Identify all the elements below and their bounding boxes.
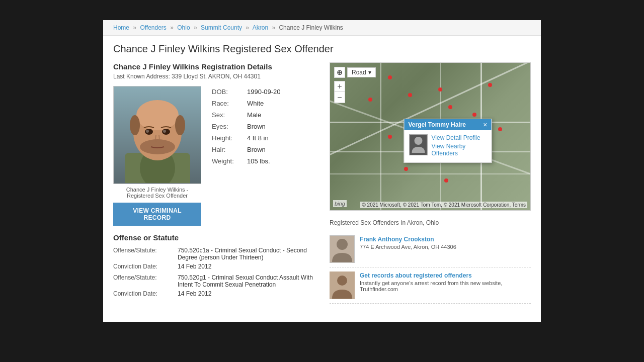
breadcrumb-ohio[interactable]: Ohio — [177, 24, 190, 31]
ad-content: Get records about registered offenders I… — [360, 272, 531, 299]
map-road-button[interactable]: Road ▾ — [347, 67, 376, 77]
zoom-in-button[interactable]: + — [334, 81, 345, 92]
map-zoom-controls: + − — [334, 81, 345, 103]
breadcrumb-home[interactable]: Home — [113, 24, 129, 31]
conviction-label: Conviction Date: — [113, 263, 174, 270]
view-criminal-record-button[interactable]: VIEW CRIMINAL RECORD — [113, 203, 201, 226]
map-pin[interactable] — [368, 98, 372, 102]
detail-value: Brown — [244, 121, 319, 132]
offender-name-link[interactable]: Frank Anthony Crookston — [360, 236, 434, 243]
map-pin[interactable] — [408, 93, 412, 97]
map-pin[interactable] — [448, 105, 452, 109]
details-row: Sex:Male — [209, 109, 319, 121]
svg-point-12 — [415, 137, 423, 145]
breadcrumb-summit-county[interactable]: Summit County — [201, 24, 242, 31]
chevron-down-icon: ▾ — [368, 69, 371, 76]
detail-label: DOB: — [209, 86, 244, 98]
ad-headline-link[interactable]: Get records about registered offenders — [360, 272, 472, 279]
offenders-sidebar: Registered Sex Offenders in Akron, Ohio — [330, 218, 531, 304]
map-toolbar: ⊕ Road ▾ — [334, 67, 376, 78]
map-popup-header: Vergel Tommy Haire × — [405, 119, 492, 130]
page-title: Chance J Finley Wilkins Registered Sex O… — [113, 43, 531, 55]
svg-point-6 — [175, 115, 185, 135]
address-line: Last Known Address: 339 Lloyd St, AKRON,… — [113, 73, 319, 80]
map-popup-content: View Detail Profile View Nearby Offender… — [410, 134, 487, 158]
details-row: Eyes:Brown — [209, 121, 319, 132]
breadcrumb-offenders[interactable]: Offenders — [140, 24, 166, 31]
offense-label: Offense/Statute: — [113, 247, 174, 261]
detail-value: 4 ft 8 in — [244, 132, 319, 144]
detail-label: Eyes: — [209, 121, 244, 132]
view-nearby-offenders-link[interactable]: View Nearby Offenders — [432, 143, 487, 157]
offense-value: 750.520g1 - Criminal Sexual Conduct Assa… — [178, 274, 319, 288]
address-value: 339 Lloyd St, AKRON, OH 44301 — [172, 73, 261, 80]
zoom-out-button[interactable]: − — [334, 92, 345, 103]
conviction-label: Conviction Date: — [113, 290, 174, 297]
ad-body: Instantly get anyone's arrest record fro… — [360, 280, 531, 292]
ad-image — [330, 272, 355, 299]
detail-value: Male — [244, 109, 319, 121]
details-row: Hair:Brown — [209, 144, 319, 155]
offense-entry: Offense/Statute: 750.520c1a - Criminal S… — [113, 247, 319, 270]
conviction-value: 14 Feb 2012 — [178, 290, 319, 297]
map-pin[interactable] — [438, 87, 442, 92]
svg-point-11 — [163, 130, 166, 133]
view-detail-profile-link[interactable]: View Detail Profile — [432, 134, 487, 141]
map-pin[interactable] — [488, 83, 492, 87]
breadcrumb-current: Chance J Finley Wilkins — [279, 24, 343, 31]
popup-avatar — [410, 134, 428, 155]
popup-links: View Detail Profile View Nearby Offender… — [432, 134, 487, 158]
address-label: Last Known Address: — [113, 73, 170, 80]
map-container: ⊕ Road ▾ + − Vergel Tommy Haire — [330, 62, 531, 211]
photo-caption: Chance J Finley Wilkins - Registered Sex… — [113, 187, 201, 199]
map-pin[interactable] — [388, 75, 392, 79]
details-table: DOB:1990-09-20Race:WhiteSex:MaleEyes:Bro… — [209, 86, 319, 226]
detail-label: Sex: — [209, 109, 244, 121]
breadcrumb: Home » Offenders » Ohio » Summit County … — [103, 20, 541, 36]
svg-point-7 — [140, 139, 175, 154]
ad-image-icon — [330, 272, 355, 299]
photo-container: Chance J Finley Wilkins - Registered Sex… — [113, 86, 201, 226]
svg-point-10 — [146, 130, 149, 133]
offender-item: Frank Anthony Crookston 774 E Archwood A… — [330, 231, 531, 267]
svg-point-4 — [136, 100, 179, 130]
offense-entries: Offense/Statute: 750.520c1a - Criminal S… — [113, 247, 319, 297]
ad-item: Get records about registered offenders I… — [330, 267, 531, 304]
offense-entry: Offense/Statute: 750.520g1 - Criminal Se… — [113, 274, 319, 297]
bing-logo: bing — [333, 200, 347, 207]
offense-heading: Offense or Statute — [113, 233, 319, 242]
offender-photo-svg — [115, 87, 200, 183]
registration-heading: Chance J Finley Wilkins Registration Det… — [113, 62, 319, 71]
person-icon — [411, 136, 426, 154]
svg-point-5 — [130, 115, 140, 135]
map-popup: Vergel Tommy Haire × View D — [404, 119, 492, 163]
offense-value: 750.520c1a - Criminal Sexual Conduct - S… — [178, 247, 319, 261]
offender-info: Frank Anthony Crookston 774 E Archwood A… — [360, 235, 456, 250]
detail-value: 105 lbs. — [244, 155, 319, 167]
map-popup-close-button[interactable]: × — [483, 121, 487, 128]
detail-label: Height: — [209, 132, 244, 144]
map-pin[interactable] — [498, 127, 502, 131]
offenders-sidebar-heading: Registered Sex Offenders in Akron, Ohio — [330, 218, 531, 226]
details-row: Race:White — [209, 98, 319, 109]
detail-label: Hair: — [209, 144, 244, 155]
map-pin[interactable] — [404, 167, 408, 171]
map-copyright: © 2021 Microsoft, © 2021 Tom Tom, © 2021… — [360, 202, 527, 208]
offender-photo — [113, 86, 201, 184]
detail-label: Race: — [209, 98, 244, 109]
details-row: Weight:105 lbs. — [209, 155, 319, 167]
map-pin[interactable] — [388, 135, 392, 139]
offender-thumbnail — [330, 235, 355, 263]
offender-silhouette-icon — [330, 236, 354, 262]
map-pin[interactable] — [444, 178, 448, 183]
details-row: DOB:1990-09-20 — [209, 86, 319, 98]
detail-value: 1990-09-20 — [244, 86, 319, 98]
details-row: Height:4 ft 8 in — [209, 132, 319, 144]
detail-value: Brown — [244, 144, 319, 155]
svg-point-16 — [337, 276, 347, 286]
map-nav-button[interactable]: ⊕ — [334, 67, 345, 78]
map-pin[interactable] — [472, 113, 476, 117]
popup-offender-name: Vergel Tommy Haire — [409, 121, 466, 128]
breadcrumb-akron[interactable]: Akron — [253, 24, 268, 31]
detail-value: White — [244, 98, 319, 109]
